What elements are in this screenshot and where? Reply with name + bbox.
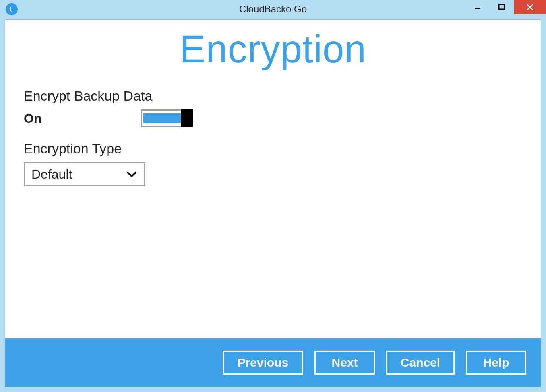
titlebar: CloudBacko Go — [0, 0, 546, 19]
app-window: CloudBacko Go Encryption Encrypt Backup … — [0, 0, 546, 392]
previous-button[interactable]: Previous — [223, 351, 303, 375]
toggle-thumb — [181, 109, 193, 127]
help-button[interactable]: Help — [466, 351, 526, 375]
encrypt-data-label: Encrypt Backup Data — [24, 88, 541, 104]
wizard-footer: Previous Next Cancel Help — [5, 338, 541, 387]
encrypt-toggle-row: On — [24, 109, 541, 127]
encryption-type-value: Default — [31, 167, 126, 182]
close-button[interactable] — [514, 0, 546, 14]
minimize-button[interactable] — [465, 0, 490, 14]
page-heading: Encryption — [5, 27, 541, 71]
maximize-button[interactable] — [490, 0, 514, 14]
window-controls — [465, 0, 546, 14]
next-button[interactable]: Next — [314, 351, 375, 375]
svg-rect-1 — [499, 4, 505, 9]
encryption-type-select[interactable]: Default — [24, 162, 145, 186]
form-area: Encrypt Backup Data On Encryption Type D… — [5, 88, 541, 186]
chevron-down-icon — [126, 171, 138, 178]
window-title: CloudBacko Go — [0, 4, 546, 15]
app-logo-icon — [6, 3, 18, 15]
cancel-button[interactable]: Cancel — [386, 351, 455, 375]
encrypt-toggle-state: On — [24, 111, 141, 126]
client-area: Encryption Encrypt Backup Data On Encryp… — [5, 19, 541, 387]
encrypt-toggle[interactable] — [141, 109, 193, 127]
encryption-type-label: Encryption Type — [24, 141, 541, 157]
